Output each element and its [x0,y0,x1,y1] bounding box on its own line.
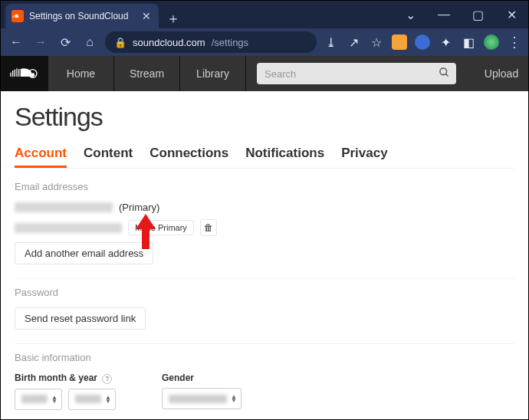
secondary-email-row: Make Primary 🗑 [15,219,514,236]
soundcloud-logo-icon[interactable] [1,56,48,91]
tab-account[interactable]: Account [15,146,67,168]
forward-icon[interactable]: → [31,33,50,51]
sidepanel-icon[interactable]: ◧ [461,34,476,50]
birth-label: Birth month & year ? [15,372,116,384]
trash-icon: 🗑 [204,222,213,233]
new-tab-button[interactable]: ＋ [163,8,183,28]
stepper-icon: ▲▼ [231,395,237,402]
add-email-button[interactable]: Add another email address [15,242,153,264]
annotation-arrow-icon [134,214,157,249]
share-icon[interactable]: ↗ [346,34,361,50]
birth-year-select[interactable]: ▲▼ [68,389,116,410]
url-host: soundcloud.com [133,37,205,48]
tab-content[interactable]: Content [84,146,133,168]
tab-connections[interactable]: Connections [150,146,228,168]
nav-upload[interactable]: Upload [475,56,528,91]
redacted-email-secondary [15,223,122,233]
nav-search-area [246,56,475,91]
svg-rect-3 [16,68,17,77]
kebab-menu-icon[interactable]: ⋮ [507,34,522,51]
tab-privacy[interactable]: Privacy [341,146,388,168]
redacted-email-primary [15,202,113,212]
address-bar[interactable]: 🔒 soundcloud.com/settings [105,31,317,53]
svg-rect-2 [15,70,15,77]
basic-info-row: Birth month & year ? ▲▼ ▲▼ Gender [15,372,514,410]
nav-stream[interactable]: Stream [114,56,180,91]
svg-rect-1 [12,71,13,77]
password-section-label: Password [15,287,514,298]
nav-library[interactable]: Library [180,56,246,91]
svg-marker-8 [136,214,156,249]
extension-1-icon[interactable] [392,34,407,50]
soundcloud-top-nav: Home Stream Library Upload [1,56,528,91]
delete-email-button[interactable]: 🗑 [200,219,217,236]
window-maximize-icon[interactable]: ▢ [461,1,495,28]
window-controls: ⌄ — ▢ ✕ [393,1,528,28]
gender-select[interactable]: ▲▼ [162,388,242,409]
stepper-icon: ▲▼ [51,395,58,403]
window-close-icon[interactable]: ✕ [495,1,528,28]
tab-close-icon[interactable]: ✕ [142,11,151,21]
svg-rect-0 [10,73,11,77]
search-input[interactable] [257,63,456,84]
gender-label: Gender [162,372,242,383]
svg-rect-4 [18,69,19,77]
svg-line-7 [445,74,448,76]
nav-home[interactable]: Home [48,56,114,91]
page-viewport: Home Stream Library Upload Settings Acco… [1,56,528,419]
home-icon[interactable]: ⌂ [80,33,99,51]
birth-month-select[interactable]: ▲▼ [15,389,62,410]
primary-email-row: (Primary) [15,202,514,213]
extension-icons: ⤓ ↗ ☆ ✦ ◧ ⋮ [323,34,522,51]
primary-suffix: (Primary) [119,202,159,213]
extensions-puzzle-icon[interactable]: ✦ [438,34,453,50]
redacted-year-value [75,395,101,403]
browser-titlebar: Settings on SoundCloud ✕ ＋ ⌄ — ▢ ✕ [1,1,528,28]
install-icon[interactable]: ⤓ [323,34,338,50]
page-title: Settings [15,102,514,132]
extension-2-icon[interactable] [415,34,430,50]
profile-avatar-icon[interactable] [484,34,499,50]
soundcloud-favicon-icon [12,10,24,22]
tab-notifications[interactable]: Notifications [245,146,324,168]
send-reset-password-button[interactable]: Send reset password link [15,307,146,330]
url-path: /settings [212,37,248,48]
window-minimize-icon[interactable]: — [427,1,461,28]
settings-content: Settings Account Content Connections Not… [1,91,528,419]
browser-toolbar: ← → ⟳ ⌂ 🔒 soundcloud.com/settings ⤓ ↗ ☆ … [1,28,528,56]
redacted-month-value [21,395,48,403]
redacted-gender-value [169,395,227,403]
bookmark-star-icon[interactable]: ☆ [369,34,384,50]
search-icon[interactable] [439,67,450,80]
basic-info-section-label: Basic information [15,352,514,363]
gender-field-group: Gender ▲▼ [162,372,242,409]
birth-field-group: Birth month & year ? ▲▼ ▲▼ [15,372,116,410]
settings-tabs: Account Content Connections Notification… [15,146,514,169]
browser-tab-title: Settings on SoundCloud [29,11,128,21]
chevron-down-icon[interactable]: ⌄ [393,1,427,28]
reload-icon[interactable]: ⟳ [56,33,74,51]
stepper-icon: ▲▼ [105,395,111,403]
browser-tab[interactable]: Settings on SoundCloud ✕ [5,4,159,28]
svg-point-6 [440,68,447,75]
help-icon[interactable]: ? [102,374,112,384]
lock-icon: 🔒 [114,37,127,48]
email-section-label: Email addresses [15,181,514,192]
back-icon[interactable]: ← [7,33,25,51]
search-input-wrapper [257,63,456,84]
